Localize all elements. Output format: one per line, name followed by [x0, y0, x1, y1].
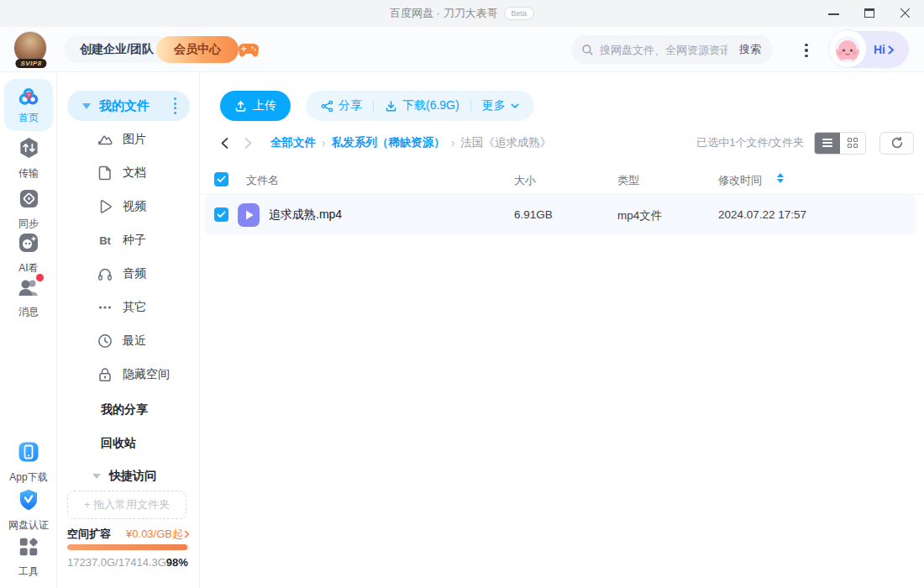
- nav-item-app-download[interactable]: App下载: [0, 440, 57, 485]
- sidebar-item-audio[interactable]: 音频: [57, 257, 200, 291]
- breadcrumb-current: 法国《追求成熟》: [460, 135, 551, 150]
- row-checkbox[interactable]: [214, 207, 228, 222]
- storage-expand-row[interactable]: 空间扩容 ¥0.03/GB起: [67, 527, 190, 542]
- nav-item-home[interactable]: 首页: [4, 79, 53, 131]
- sidebar-item-hidden-space[interactable]: 隐藏空间: [57, 358, 200, 391]
- nav-item-ai-view-label: AI看: [0, 261, 57, 276]
- greeting-label: Hi: [874, 43, 885, 56]
- messages-badge: [36, 274, 44, 281]
- storage-percent: 98%: [166, 556, 188, 569]
- files-sidebar: 我的文件 图片 文档 视频 Bt 种子: [57, 72, 200, 588]
- file-modified: 2024.07.22 17:57: [718, 208, 806, 221]
- sort-icon[interactable]: [777, 173, 784, 183]
- share-button[interactable]: 分享: [321, 98, 362, 113]
- vip-center-button[interactable]: 会员中心: [156, 36, 239, 63]
- user-avatar: [827, 29, 868, 69]
- nav-item-verify[interactable]: 网盘认证: [0, 488, 57, 533]
- list-view-button[interactable]: [815, 133, 840, 154]
- refresh-icon: [890, 136, 904, 150]
- download-button[interactable]: 下载(6.9G): [385, 98, 459, 113]
- chevron-down-icon: [511, 103, 519, 109]
- close-button[interactable]: [899, 8, 911, 19]
- storage-progress-bar: [67, 544, 190, 550]
- list-view-icon: [822, 139, 832, 147]
- sidebar-item-recycle-bin[interactable]: 回收站: [101, 436, 136, 451]
- nav-item-messages[interactable]: 消息: [0, 276, 57, 319]
- select-all-checkbox[interactable]: [214, 172, 228, 186]
- sidebar-item-recent[interactable]: 最近: [57, 324, 200, 358]
- minimize-button[interactable]: [828, 8, 840, 19]
- beta-badge: Beta: [504, 7, 535, 20]
- more-menu-button[interactable]: [799, 40, 814, 60]
- breadcrumb-separator-icon: ›: [451, 136, 455, 150]
- column-header-modified[interactable]: 修改时间: [718, 173, 762, 188]
- column-header-type[interactable]: 类型: [617, 173, 639, 188]
- image-icon: [96, 130, 114, 149]
- svip-badge: SVIP8: [15, 59, 46, 68]
- nav-item-tools-label: 工具: [0, 564, 57, 579]
- sidebar-item-videos[interactable]: 视频: [57, 190, 200, 223]
- sidebar-item-documents[interactable]: 文档: [57, 156, 200, 190]
- storage-progress-fill: [67, 544, 187, 550]
- create-team-label: 创建企业/团队: [80, 42, 154, 57]
- nav-item-transfer-label: 传输: [0, 166, 57, 181]
- nav-item-transfer[interactable]: 传输: [0, 136, 57, 181]
- nav-rail: 首页 传输 同步: [0, 72, 57, 588]
- video-play-icon: [96, 197, 114, 216]
- titlebar: 百度网盘 · 刀刀大表哥 Beta: [0, 0, 924, 27]
- refresh-button[interactable]: [879, 132, 914, 155]
- back-button[interactable]: [220, 137, 235, 150]
- sidebar-item-my-shares[interactable]: 我的分享: [101, 402, 148, 417]
- column-header-name[interactable]: 文件名: [246, 173, 279, 188]
- file-row[interactable]: 追求成熟.mp4 6.91GB mp4文件 2024.07.22 17:57: [205, 195, 916, 235]
- breadcrumb-bar: 全部文件 › 私发系列（稀缺资源） › 法国《追求成熟》 已选中1个文件/文件夹: [220, 131, 914, 155]
- storage-price-link[interactable]: ¥0.03/GB起: [126, 527, 190, 542]
- document-icon: [96, 164, 114, 182]
- sidebar-item-images[interactable]: 图片: [57, 123, 200, 156]
- grid-view-button[interactable]: [840, 133, 865, 154]
- forward-button[interactable]: [244, 137, 259, 150]
- user-profile-pill[interactable]: Hi: [830, 31, 909, 68]
- nav-item-ai-view[interactable]: AI看: [0, 231, 57, 276]
- lock-icon: [96, 365, 114, 384]
- vip-center-label: 会员中心: [174, 42, 221, 57]
- chevron-right-icon: [184, 530, 190, 538]
- more-actions-button[interactable]: 更多: [482, 98, 519, 113]
- game-center-icon[interactable]: [238, 43, 260, 58]
- search-input[interactable]: [600, 44, 727, 56]
- search-box[interactable]: 搜索: [571, 35, 773, 64]
- headphones-icon: [96, 265, 114, 283]
- my-files-menu-icon[interactable]: [174, 97, 176, 114]
- my-files-label: 我的文件: [99, 98, 150, 114]
- more-dots-icon: [96, 298, 114, 317]
- drop-folder-zone[interactable]: + 拖入常用文件夹: [67, 491, 186, 519]
- collapse-triangle-icon[interactable]: [82, 103, 91, 109]
- maximize-button[interactable]: [864, 8, 875, 19]
- share-icon: [321, 100, 333, 113]
- nav-item-sync-label: 同步: [0, 217, 57, 231]
- breadcrumb-folder[interactable]: 私发系列（稀缺资源）: [332, 135, 445, 150]
- account-avatar-svip[interactable]: SVIP8: [13, 31, 49, 68]
- view-toggle: [814, 132, 866, 155]
- create-team-button[interactable]: 创建企业/团队: [64, 36, 170, 63]
- torrent-bt-icon: Bt: [96, 231, 114, 249]
- column-header-size[interactable]: 大小: [514, 173, 536, 188]
- breadcrumb-all-files[interactable]: 全部文件: [270, 135, 316, 150]
- my-files-section[interactable]: 我的文件: [67, 91, 190, 121]
- transfer-icon: [18, 136, 40, 160]
- sidebar-item-torrents[interactable]: Bt 种子: [57, 223, 200, 257]
- file-name[interactable]: 追求成熟.mp4: [269, 207, 342, 223]
- selection-status: 已选中1个文件/文件夹: [696, 135, 804, 150]
- chevron-right-icon: [888, 45, 895, 55]
- quick-access-section[interactable]: 快捷访问: [92, 469, 156, 484]
- search-button[interactable]: 搜索: [727, 35, 773, 64]
- storage-expand-label: 空间扩容: [67, 527, 111, 542]
- sidebar-item-others[interactable]: 其它: [57, 291, 200, 324]
- nav-item-sync[interactable]: 同步: [0, 186, 57, 231]
- messages-icon: [17, 276, 40, 299]
- nav-item-tools[interactable]: 工具: [0, 535, 57, 579]
- breadcrumb-separator-icon: ›: [322, 136, 326, 150]
- file-type: mp4文件: [617, 208, 662, 223]
- ai-view-icon: [17, 231, 40, 255]
- upload-button[interactable]: 上传: [220, 91, 291, 121]
